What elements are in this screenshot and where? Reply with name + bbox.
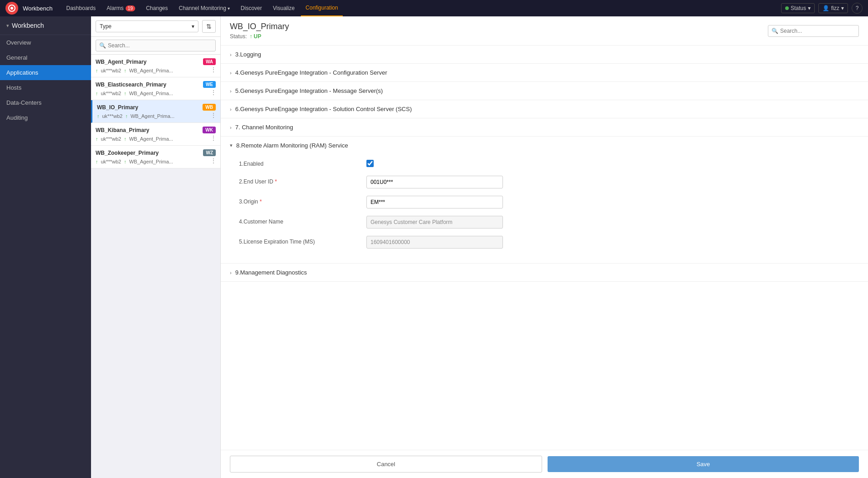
app-name-wb-kibana: WB_Kibana_Primary <box>96 127 149 133</box>
app-item-wb-io[interactable]: WB_IO_Primary WB ↑ uk***wb2 ↑ WB_Agent_P… <box>91 100 220 123</box>
nav-discover[interactable]: Discover <box>236 0 267 16</box>
app-list: WB_Agent_Primary WA ↑ uk***wb2 ↑ WB_Agen… <box>91 55 220 478</box>
type-select[interactable]: Type ▾ <box>96 20 198 32</box>
app-badge-wb-elastic: WE <box>203 81 216 88</box>
app-host-wb-zookeeper: uk***wb2 <box>101 159 122 164</box>
section-title-logging: 3.Logging <box>235 51 261 58</box>
nav-changes[interactable]: Changes <box>142 0 173 16</box>
section-header-logging[interactable]: › 3.Logging <box>221 46 868 63</box>
app-name-wb-zookeeper: WB_Zookeeper_Primary <box>96 150 159 156</box>
section-scs: › 6.Genesys PureEngage Integration - Sol… <box>221 100 868 118</box>
field-row-origin: 3.Origin * <box>239 196 859 208</box>
app-more-wb-agent[interactable]: ⋮ <box>210 66 217 73</box>
main-layout: ▾ Workbench Overview General Application… <box>0 16 868 478</box>
sidebar-item-hosts[interactable]: Hosts <box>0 80 91 95</box>
section-title-channel-monitoring: 7. Channel Monitoring <box>235 124 293 131</box>
section-chevron-message-server: › <box>230 88 232 94</box>
sort-icon: ⇅ <box>206 23 212 30</box>
field-label-customer-name: 4.Customer Name <box>239 216 366 225</box>
section-header-config-server[interactable]: › 4.Genesys PureEngage Integration - Con… <box>221 64 868 81</box>
app-badge-wb-zookeeper: WZ <box>203 149 216 156</box>
app-badge-wb-kibana: WK <box>203 127 216 133</box>
app-item-wb-agent[interactable]: WB_Agent_Primary WA ↑ uk***wb2 ↑ WB_Agen… <box>91 55 220 77</box>
field-input-license-expiration <box>366 236 503 249</box>
section-header-scs[interactable]: › 6.Genesys PureEngage Integration - Sol… <box>221 100 868 118</box>
main-status: Status: ↑ UP <box>230 33 289 40</box>
app-badge-wb-io: WB <box>203 104 216 111</box>
nav-configuration[interactable]: Configuration <box>301 0 342 16</box>
app-more-wb-kibana[interactable]: ⋮ <box>210 134 217 142</box>
origin-input[interactable] <box>366 196 503 208</box>
alarms-badge: 19 <box>126 5 135 11</box>
main-panel: WB_IO_Primary Status: ↑ UP 🔍 › 3. <box>221 16 868 478</box>
sidebar-item-overview[interactable]: Overview <box>0 35 91 50</box>
app-more-wb-zookeeper[interactable]: ⋮ <box>210 157 217 164</box>
app-item-wb-kibana[interactable]: WB_Kibana_Primary WK ↑ uk***wb2 ↑ WB_Age… <box>91 123 220 146</box>
nav-brand: Workbench <box>23 5 53 12</box>
app-item-wb-elastic[interactable]: WB_Elasticsearch_Primary WE ↑ uk***wb2 ↑… <box>91 77 220 100</box>
top-navigation: Workbench Dashboards Alarms 19 Changes C… <box>0 0 868 16</box>
field-label-license-expiration: 5.License Expiration Time (MS) <box>239 236 366 245</box>
section-header-management-diagnostics[interactable]: › 9.Management Diagnostics <box>221 264 868 281</box>
section-channel-monitoring: › 7. Channel Monitoring <box>221 118 868 137</box>
field-row-customer-name: 4.Customer Name <box>239 216 859 229</box>
cancel-button[interactable]: Cancel <box>230 456 542 473</box>
main-content: › 3.Logging › 4.Genesys PureEngage Integ… <box>221 46 868 450</box>
app-more-wb-elastic[interactable]: ⋮ <box>210 89 217 96</box>
app-host-wb-kibana: uk***wb2 <box>101 136 122 142</box>
field-row-license-expiration: 5.License Expiration Time (MS) <box>239 236 859 249</box>
sidebar-item-auditing[interactable]: Auditing <box>0 110 91 125</box>
middle-search-input[interactable] <box>96 40 216 51</box>
required-indicator-end-user-id: * <box>275 178 277 185</box>
section-header-channel-monitoring[interactable]: › 7. Channel Monitoring <box>221 118 868 136</box>
app-status-arrow-wb-elastic: ↑ <box>96 91 98 96</box>
license-expiration-input[interactable] <box>366 236 503 249</box>
field-input-origin <box>366 196 503 208</box>
app-more-wb-io[interactable]: ⋮ <box>210 112 217 119</box>
end-user-id-input[interactable] <box>366 176 503 188</box>
save-button[interactable]: Save <box>548 456 859 472</box>
section-title-config-server: 4.Genesys PureEngage Integration - Confi… <box>235 69 387 76</box>
section-header-ram[interactable]: ▾ 8.Remote Alarm Monitoring (RAM) Servic… <box>221 137 868 154</box>
app-name-wb-elastic: WB_Elasticsearch_Primary <box>96 81 166 88</box>
field-label-end-user-id: 2.End User ID * <box>239 176 366 185</box>
middle-toolbar: Type ▾ ⇅ <box>91 16 220 37</box>
main-search-input[interactable] <box>768 25 859 37</box>
nav-channel-monitoring[interactable]: Channel Monitoring ▾ <box>174 0 234 16</box>
app-badge-wb-agent: WA <box>203 58 216 65</box>
section-title-ram: 8.Remote Alarm Monitoring (RAM) Service <box>236 142 348 149</box>
user-menu-button[interactable]: 👤 fizz ▾ <box>818 3 848 13</box>
section-chevron-scs: › <box>230 107 232 112</box>
nav-right-section: Status ▾ 👤 fizz ▾ ? <box>781 3 863 14</box>
section-management-diagnostics: › 9.Management Diagnostics <box>221 264 868 282</box>
app-parent-arrow-wb-kibana: ↑ <box>124 136 127 142</box>
app-name-wb-agent: WB_Agent_Primary <box>96 59 147 65</box>
enabled-checkbox[interactable] <box>366 160 374 167</box>
app-host-wb-elastic: uk***wb2 <box>101 91 122 96</box>
app-item-wb-zookeeper[interactable]: WB_Zookeeper_Primary WZ ↑ uk***wb2 ↑ WB_… <box>91 146 220 168</box>
help-button[interactable]: ? <box>852 3 863 14</box>
sidebar-item-applications[interactable]: Applications <box>0 65 91 80</box>
customer-name-input[interactable] <box>366 216 503 229</box>
section-header-message-server[interactable]: › 5.Genesys PureEngage Integration - Mes… <box>221 82 868 100</box>
field-input-enabled <box>366 158 503 168</box>
section-logging: › 3.Logging <box>221 46 868 64</box>
sidebar-item-general[interactable]: General <box>0 50 91 65</box>
middle-panel: Type ▾ ⇅ 🔍 WB_Agent_Primary WA ↑ <box>91 16 221 478</box>
app-logo <box>5 2 18 15</box>
sidebar-item-datacenters[interactable]: Data-Centers <box>0 95 91 110</box>
app-status-arrow-wb-zookeeper: ↑ <box>96 159 98 164</box>
app-parent-arrow-wb-zookeeper: ↑ <box>124 159 127 164</box>
sort-button[interactable]: ⇅ <box>202 20 216 33</box>
field-row-enabled: 1.Enabled <box>239 158 859 168</box>
nav-dashboards[interactable]: Dashboards <box>62 0 101 16</box>
app-status-arrow-wb-agent: ↑ <box>96 68 98 73</box>
status-button[interactable]: Status ▾ <box>781 3 815 13</box>
section-chevron-channel-monitoring: › <box>230 125 232 130</box>
sidebar-collapse-chevron[interactable]: ▾ <box>6 23 9 29</box>
status-indicator <box>785 6 789 10</box>
field-label-origin: 3.Origin * <box>239 196 366 205</box>
nav-alarms[interactable]: Alarms 19 <box>102 0 139 16</box>
nav-visualize[interactable]: Visualize <box>269 0 299 16</box>
main-search-icon: 🔍 <box>772 28 778 34</box>
